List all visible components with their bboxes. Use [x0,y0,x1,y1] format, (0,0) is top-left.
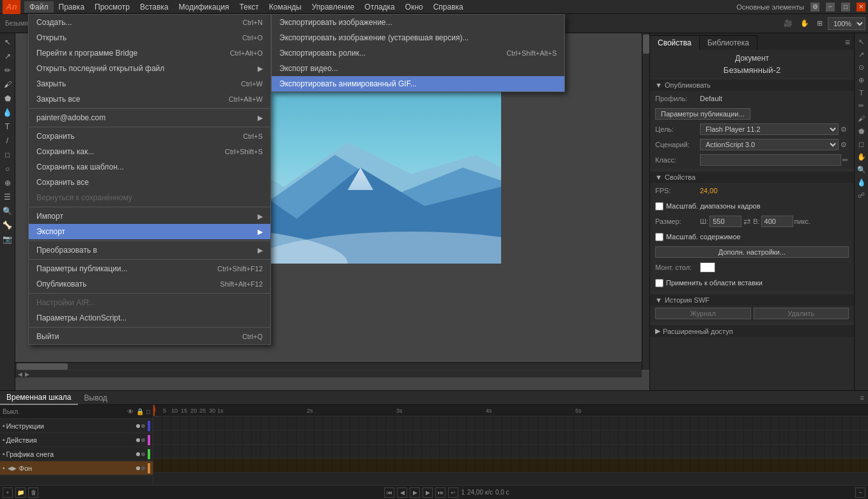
zoom-select[interactable]: 100% 50% 200% [828,17,865,30]
dm-export-image[interactable]: Экспортировать изображение... [272,15,564,30]
playhead[interactable] [153,405,155,416]
rt-zoom[interactable]: 🔍 [856,164,867,175]
script-select[interactable]: ActionScript 3.0 [700,139,839,150]
tab-properties[interactable]: Свойства [650,35,700,50]
tl-tab-output[interactable]: Вывод [78,392,114,404]
tl-loop[interactable]: ↩ [448,487,458,498]
pen-tool[interactable]: ⊕ [1,177,14,189]
frames-bg[interactable] [153,459,868,473]
dm-email[interactable]: painter@adobe.com ▶ [29,110,270,125]
tl-layer-instructions[interactable]: ▪ Инструкции [0,419,153,433]
rt-3d-translate[interactable]: ⊕ [856,74,867,86]
rt-dropper[interactable]: 💧 [856,177,867,188]
dm-export-gif[interactable]: Экспортировать анимированный GIF... [272,76,564,91]
dm-publish[interactable]: Опубликовать Shift+Alt+F12 [29,276,270,292]
frames-act[interactable] [153,431,868,445]
rt-eraser[interactable]: ◻ [856,138,867,150]
menu-debug[interactable]: Отладка [359,1,399,13]
menu-help[interactable]: Справка [428,1,469,13]
hand-btn[interactable]: ✋ [798,17,812,31]
dm-bridge[interactable]: Перейти к программе Bridge Ctrl+Alt+O [29,45,270,61]
dm-export[interactable]: Экспорт ▶ [29,224,270,239]
tl-add-folder[interactable]: 📁 [15,487,26,498]
tl-play[interactable]: ▶ [410,487,420,498]
bone-tool[interactable]: 🦴 [1,219,14,232]
dm-create[interactable]: Создать... Ctrl+N [29,15,270,30]
tl-tab-timeline[interactable]: Временная шкала [0,391,78,405]
nav-arrow-right[interactable]: ▶ [25,371,29,377]
close-btn[interactable]: ✕ [856,3,865,12]
height-input[interactable]: 400 [761,216,793,227]
dm-exit[interactable]: Выйти Ctrl+Q [29,329,270,344]
menu-file[interactable]: Файл [24,1,54,13]
tl-go-end[interactable]: ⏭ [435,487,446,498]
camera-btn[interactable]: 🎥 [781,17,795,31]
stage-color-swatch[interactable] [700,262,715,273]
maximize-btn[interactable]: □ [841,3,850,12]
dm-open[interactable]: Открыть Ctrl+O [29,30,270,45]
apply-paste-checkbox[interactable] [655,279,663,287]
tl-add-layer[interactable]: + [3,487,13,498]
menu-window[interactable]: Окно [400,1,428,13]
advanced-btn[interactable]: Дополн. настройки... [655,246,849,258]
delete-btn[interactable]: Удалить [754,308,849,319]
target-settings-icon[interactable]: ⚙ [839,124,849,134]
grid-btn[interactable]: ⊞ [814,17,825,31]
width-input[interactable]: 550 [709,216,741,227]
menu-edit[interactable]: Правка [54,1,90,13]
tl-ease[interactable]: ~ [855,487,865,498]
paint-tool[interactable]: ⬟ [1,92,14,105]
fps-value[interactable]: 24,00 [700,187,718,194]
frames-inst[interactable] [153,416,868,431]
target-select[interactable]: Flash Player 11.2 [700,123,839,135]
settings-btn[interactable]: ⚙ [810,3,819,12]
dm-export-video[interactable]: Экспорт видео... [272,61,564,76]
script-settings-icon[interactable]: ⚙ [839,139,849,150]
rt-pencil[interactable]: ✏ [856,100,867,111]
dm-save-all[interactable]: Сохранить все [29,175,270,190]
menu-modify[interactable]: Модификация [173,1,234,13]
menu-insert[interactable]: Вставка [135,1,174,13]
section-history-header[interactable]: ▼ История SWF [650,294,854,306]
menu-commands[interactable]: Команды [264,1,307,13]
dm-save[interactable]: Сохранить Ctrl+S [29,129,270,144]
subsel-tool[interactable]: ↗ [1,50,14,63]
class-input[interactable] [700,154,841,166]
log-btn[interactable]: Журнал [655,308,751,319]
oval-tool[interactable]: ○ [1,162,14,175]
tab-library[interactable]: Библиотека [700,35,757,50]
line-tool[interactable]: / [1,134,14,147]
publish-settings-btn[interactable]: Параметры публикации... [655,108,750,120]
select-tool[interactable]: ↖ [1,36,14,49]
nav-arrow-left[interactable]: ◀ [18,371,22,377]
dm-convert[interactable]: Преобразовать в ▶ [29,242,270,258]
export-submenu[interactable]: Экспортировать изображение... Экспортиро… [271,14,565,92]
tl-step-forward[interactable]: ▶ [422,487,433,498]
class-edit-icon[interactable]: ✏ [841,155,849,165]
tl-layer-snow[interactable]: ▪ Графика снега [0,447,153,461]
frames-snow[interactable] [153,445,868,459]
dm-close-all[interactable]: Закрыть все Ctrl+Alt+W [29,91,270,107]
dm-open-recent[interactable]: Открыть последний открытый файл ▶ [29,61,270,76]
swap-icon[interactable]: ⇄ [743,216,751,226]
panel-menu-btn[interactable]: ≡ [841,35,854,50]
minimize-btn[interactable]: − [826,3,835,12]
dm-pub-settings[interactable]: Параметры публикации... Ctrl+Shift+F12 [29,261,270,276]
menu-control[interactable]: Управление [307,1,360,13]
tl-menu-btn[interactable]: ≡ [856,392,868,404]
rt-t[interactable]: T [856,87,867,99]
rt-bone[interactable]: ☍ [856,189,867,201]
rt-hand[interactable]: ✋ [856,151,867,162]
rt-3d-rotate[interactable]: ⊙ [856,61,867,73]
dm-export-movie[interactable]: Экспортировать ролик... Ctrl+Shift+Alt+S [272,45,564,61]
dm-export-image-legacy[interactable]: Экспортировать изображение (устаревшая в… [272,30,564,45]
pencil-tool[interactable]: ✏ [1,64,14,77]
scrollbar-horizontal[interactable] [15,362,642,370]
menu-text[interactable]: Текст [235,1,264,13]
tl-step-back[interactable]: ◀ [397,487,407,498]
dm-import[interactable]: Импорт ▶ [29,209,270,224]
dm-actionscript[interactable]: Параметры ActionScript... [29,310,270,326]
tl-go-start[interactable]: ⏮ [384,487,394,498]
tl-layer-actions[interactable]: ▪ Действия [0,433,153,447]
scrollbar-vertical[interactable] [642,33,649,370]
